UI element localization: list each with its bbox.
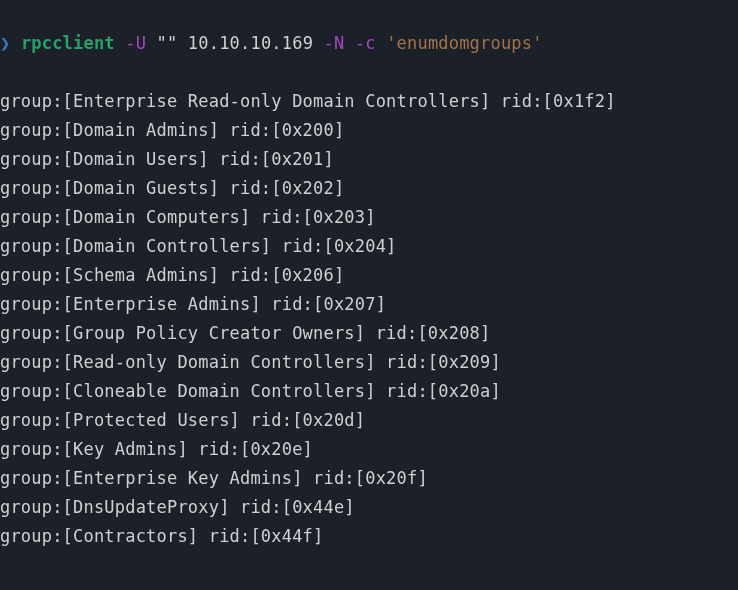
group-line: group:[Domain Users] rid:[0x201] bbox=[0, 145, 738, 174]
option-u: -U bbox=[125, 33, 146, 53]
group-line: group:[Cloneable Domain Controllers] rid… bbox=[0, 377, 738, 406]
command-line-1[interactable]: ❯ rpcclient -U "" 10.10.10.169 -N -c 'en… bbox=[0, 29, 738, 58]
arg-user: "" bbox=[157, 33, 178, 53]
command-name: rpcclient bbox=[21, 33, 115, 53]
group-line: group:[Domain Controllers] rid:[0x204] bbox=[0, 232, 738, 261]
blank-line bbox=[0, 580, 738, 590]
arg-command: 'enumdomgroups' bbox=[386, 33, 543, 53]
terminal-output: ❯ rpcclient -U "" 10.10.10.169 -N -c 'en… bbox=[0, 0, 738, 590]
group-line: group:[DnsUpdateProxy] rid:[0x44e] bbox=[0, 493, 738, 522]
group-line: group:[Schema Admins] rid:[0x206] bbox=[0, 261, 738, 290]
arg-host: 10.10.10.169 bbox=[188, 33, 313, 53]
group-line: group:[Read-only Domain Controllers] rid… bbox=[0, 348, 738, 377]
group-line: group:[Key Admins] rid:[0x20e] bbox=[0, 435, 738, 464]
option-c: -c bbox=[355, 33, 376, 53]
group-line: group:[Enterprise Admins] rid:[0x207] bbox=[0, 290, 738, 319]
group-line: group:[Domain Computers] rid:[0x203] bbox=[0, 203, 738, 232]
group-line: group:[Enterprise Key Admins] rid:[0x20f… bbox=[0, 464, 738, 493]
prompt-icon: ❯ bbox=[0, 33, 10, 53]
option-n: -N bbox=[324, 33, 345, 53]
group-line: group:[Group Policy Creator Owners] rid:… bbox=[0, 319, 738, 348]
group-line: group:[Enterprise Read-only Domain Contr… bbox=[0, 87, 738, 116]
group-line: group:[Contractors] rid:[0x44f] bbox=[0, 522, 738, 551]
group-line: group:[Protected Users] rid:[0x20d] bbox=[0, 406, 738, 435]
group-line: group:[Domain Admins] rid:[0x200] bbox=[0, 116, 738, 145]
group-line: group:[Domain Guests] rid:[0x202] bbox=[0, 174, 738, 203]
